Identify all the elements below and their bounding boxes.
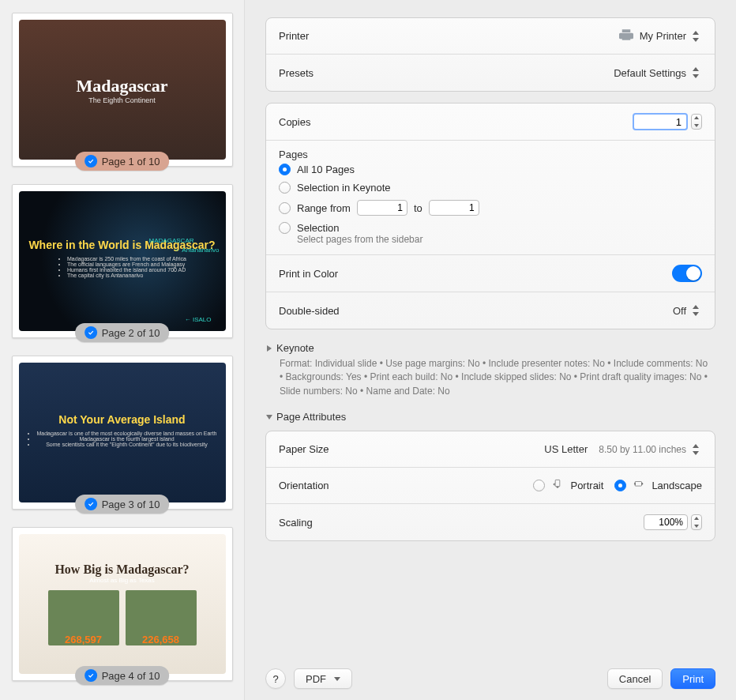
paper-size-popup[interactable]: US Letter 8.50 by 11.00 inches [544,443,702,456]
page-chip[interactable]: Page 4 of 10 [75,666,170,685]
slide-subtitle: The Eighth Continent [88,96,156,104]
page-attributes-disclosure[interactable]: Page Attributes [265,409,715,426]
scaling-input[interactable] [644,514,688,530]
slide-subtitle: Almost as Big as Texas [89,577,155,584]
print-options-panel: Printer My Printer Presets Default Setti… [245,0,736,700]
pages-selection-option[interactable]: Selection [279,222,702,234]
svg-rect-0 [556,480,561,487]
radio-icon [533,480,545,491]
stat-right: 226,658 [142,634,179,645]
printer-icon [619,29,635,43]
keynote-disclosure[interactable]: Keynote [265,341,715,357]
thumbnail-page-3[interactable]: Not Your Average Island Madagascar is on… [12,356,233,510]
presets-value: Default Settings [614,67,686,79]
keynote-section-title: Keynote [276,342,314,354]
thumbnail-page-2[interactable]: Where in the World is Madagascar? Madaga… [12,184,233,338]
double-sided-popup[interactable]: Off [673,304,702,317]
scaling-label: Scaling [279,517,313,529]
radio-label: Range from [297,202,351,214]
dialog-footer: ? PDF Cancel Print [265,660,715,689]
double-sided-label: Double-sided [279,305,340,317]
radio-icon [279,164,291,175]
check-icon[interactable] [84,326,97,339]
page-chip-label: Page 2 of 10 [102,327,160,339]
dropdown-icon [334,677,340,681]
radio-label: Selection in Keynote [297,182,391,194]
pdf-label: PDF [306,673,326,685]
slide-title: Not Your Average Island [58,413,185,426]
paper-size-value: US Letter [544,443,588,455]
orientation-landscape-icon [633,479,645,492]
disclosure-triangle-icon [267,345,272,352]
popup-chevrons-icon [691,30,702,43]
scaling-stepper [644,514,702,530]
page-sidebar: Madagascar The Eighth Continent Page 1 o… [0,0,245,700]
printer-label: Printer [279,30,309,42]
paper-size-label: Paper Size [279,443,329,455]
printer-popup[interactable]: My Printer [619,29,702,43]
check-icon[interactable] [84,498,97,510]
radio-label: Portrait [570,480,603,491]
copies-stepper-buttons[interactable] [691,114,702,130]
stat-left: 268,597 [65,634,102,645]
presets-label: Presets [279,67,314,79]
scaling-stepper-buttons[interactable] [691,514,702,530]
radio-icon [614,480,626,491]
thumbnail-page-4[interactable]: How Big is Madagascar? Almost as Big as … [12,527,233,681]
page-chip[interactable]: Page 2 of 10 [75,323,170,342]
radio-label: Selection [297,222,339,234]
slide-bullets: Madagascar is one of the most ecological… [27,431,216,447]
pages-section-label: Pages [266,141,715,162]
keynote-format-details: Format: Individual slide • Use page marg… [265,357,715,398]
page-chip[interactable]: Page 1 of 10 [75,152,170,171]
popup-chevrons-icon [691,304,702,317]
print-in-color-label: Print in Color [279,268,338,280]
slide-title: How Big is Madagascar? [54,563,189,577]
pages-range-option[interactable]: Range from to [279,200,702,216]
svg-rect-1 [635,482,641,487]
range-from-input[interactable] [357,200,407,216]
map-label: ← ISALO [185,316,212,323]
check-icon[interactable] [84,669,97,682]
check-icon[interactable] [84,155,97,167]
help-button[interactable]: ? [265,668,286,689]
orientation-landscape-option[interactable]: Landscape [614,479,702,492]
presets-popup[interactable]: Default Settings [614,66,702,79]
print-in-color-switch[interactable] [672,265,702,282]
pages-radio-group: All 10 Pages Selection in Keynote Range … [266,162,715,255]
range-to-label: to [414,202,422,214]
slide-bullets: Madagascar is 250 miles from the coast o… [58,256,186,278]
orientation-portrait-icon [551,479,564,492]
radio-icon [279,182,291,194]
pages-selection-in-app-option[interactable]: Selection in Keynote [279,182,702,194]
orientation-label: Orientation [279,480,329,491]
copies-stepper [633,113,702,130]
paper-size-desc: 8.50 by 11.00 inches [599,444,686,455]
slide-title: Madagascar [76,76,167,96]
popup-chevrons-icon [691,443,702,456]
map-label: ← Antananarivo [175,247,220,254]
copies-input[interactable] [633,113,688,130]
radio-icon [279,222,291,234]
thumbnail-page-1[interactable]: Madagascar The Eighth Continent Page 1 o… [12,13,233,167]
page-attributes-title: Page Attributes [276,411,346,423]
pdf-dropdown-button[interactable]: PDF [294,668,352,689]
printer-value: My Printer [640,30,686,42]
pages-all-option[interactable]: All 10 Pages [279,164,702,175]
page-chip-label: Page 1 of 10 [102,156,160,167]
cancel-button[interactable]: Cancel [607,668,663,689]
print-button[interactable]: Print [670,668,715,689]
map-label: MADAGASCAR [149,237,194,244]
double-sided-value: Off [673,305,686,317]
range-to-input[interactable] [429,200,479,216]
orientation-portrait-option[interactable]: Portrait [533,479,603,492]
radio-label: All 10 Pages [297,164,355,175]
page-chip-label: Page 3 of 10 [102,499,160,510]
page-chip[interactable]: Page 3 of 10 [75,495,170,514]
popup-chevrons-icon [691,66,702,79]
disclosure-triangle-icon [266,415,272,420]
page-chip-label: Page 4 of 10 [102,670,160,682]
radio-icon [279,202,291,214]
copies-label: Copies [279,116,310,128]
radio-label: Landscape [652,480,702,491]
